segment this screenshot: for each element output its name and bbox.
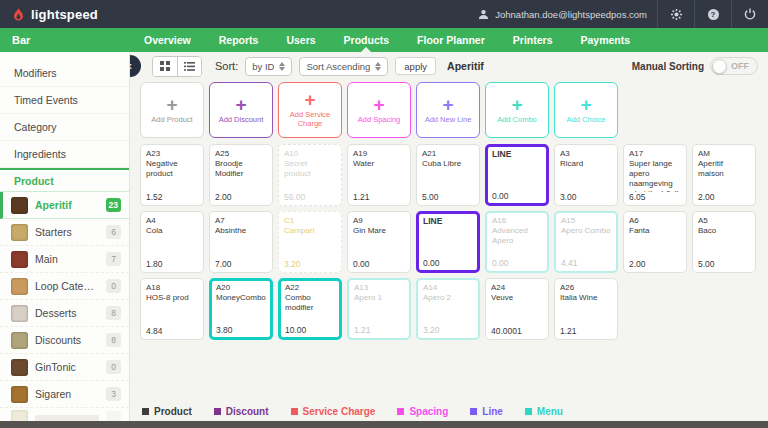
sidebar-category-item[interactable]: Main 7 (0, 246, 129, 273)
add-card-button[interactable]: + Add Choice (554, 82, 618, 138)
product-card[interactable]: LINE 0.00 (485, 144, 549, 206)
sidebar-menu-item[interactable]: Modifiers (0, 60, 129, 87)
manual-sorting-toggle[interactable]: OFF (710, 57, 758, 75)
product-price: 5.00 (698, 259, 750, 269)
sidebar-category-item[interactable]: Discounts 8 (0, 327, 129, 354)
grid-view-icon (160, 61, 170, 71)
product-card[interactable]: A16 Advanced Apero 0.00 (485, 211, 549, 273)
sidebar-menu-item[interactable]: Ingredients (0, 141, 129, 168)
sidebar-collapse-button[interactable]: ‹ (130, 55, 141, 77)
sidebar-menu-label: Ingredients (14, 148, 66, 160)
product-name: Broodje Modifier (215, 159, 267, 179)
sort-by-select[interactable]: by ID (245, 57, 292, 76)
sort-order-value: Sort Ascending (306, 61, 370, 72)
apply-button[interactable]: apply (395, 57, 436, 75)
add-card-button[interactable]: + Add Spacing (347, 82, 411, 138)
view-mode-switch (152, 56, 202, 77)
product-card[interactable]: A19 Water 1.21 (347, 144, 411, 206)
settings-gear-button[interactable] (668, 6, 684, 22)
product-name: Super lange apero naamgeving what the h0… (629, 159, 681, 192)
product-card[interactable]: A10 Secret product 56.00 (278, 144, 342, 206)
product-card[interactable]: A24 Veuve 40.0001 (485, 278, 549, 340)
sidebar-category-item[interactable]: GinTonic 0 (0, 354, 129, 381)
category-label: Discounts (35, 334, 99, 346)
manual-sorting-label: Manual Sorting (632, 61, 704, 72)
nav-tab[interactable]: Payments (566, 28, 644, 52)
nav-tabs: Overview Reports Users Products Floor Pl… (130, 28, 644, 52)
add-card-button[interactable]: + Add Discount (209, 82, 273, 138)
category-icon (11, 410, 28, 422)
product-card[interactable]: A23 Negative product 1.52 (140, 144, 204, 206)
grid-view-button[interactable] (153, 57, 177, 76)
product-card[interactable]: A18 HOS-8 prod 4.84 (140, 278, 204, 340)
add-card-button[interactable]: + Add New Line (416, 82, 480, 138)
sidebar-category-item[interactable]: Aperitif 23 (0, 192, 129, 219)
add-card-button[interactable]: + Add Product (140, 82, 204, 138)
legend-item: Line (470, 406, 503, 417)
product-id: A4 (146, 216, 198, 226)
sidebar-section-product[interactable]: Product (0, 168, 129, 192)
product-id: A19 (353, 149, 405, 159)
sort-order-select[interactable]: Sort Ascending (299, 57, 388, 76)
product-card[interactable]: A22 Combo modifier 10.00 (278, 278, 342, 340)
product-card[interactable]: A20 MoneyCombo 3.80 (209, 278, 273, 340)
nav-tab[interactable]: Products (330, 28, 404, 52)
product-card[interactable]: A9 Gin Mare 0.00 (347, 211, 411, 273)
product-card[interactable]: AM Aperitif maison 2.00 (692, 144, 756, 206)
category-count-badge: 8 (106, 333, 121, 347)
product-name: Absinthe (215, 226, 267, 236)
product-card[interactable]: C1 Campari 3.20 (278, 211, 342, 273)
sidebar-category-item[interactable]: Starters 6 (0, 219, 129, 246)
sidebar-menu-item[interactable]: Category (0, 114, 129, 141)
product-price: 1.21 (560, 326, 612, 336)
sidebar-category-list: Aperitif 23 Starters 6 Main 7 Loop Categ… (0, 192, 129, 408)
category-icon (11, 305, 28, 322)
product-name: Ricard (560, 159, 612, 169)
location-name: Bar (0, 34, 130, 46)
sidebar-category-item[interactable]: Desserts 8 (0, 300, 129, 327)
nav-tab[interactable]: Printers (499, 28, 567, 52)
sidebar-menu-item[interactable]: Timed Events (0, 87, 129, 114)
product-card[interactable]: A6 Fanta 2.00 (623, 211, 687, 273)
legend-label: Product (154, 406, 192, 417)
chevron-left-icon: ‹ (130, 59, 132, 73)
product-card[interactable]: A4 Cola 1.80 (140, 211, 204, 273)
nav-tab[interactable]: Reports (205, 28, 273, 52)
add-card-button[interactable]: + Add Combo (485, 82, 549, 138)
sidebar-category-item[interactable]: Loop Category 0 (0, 273, 129, 300)
product-id: A17 (629, 149, 681, 159)
product-name: Advanced Apero (492, 226, 542, 246)
plus-icon: + (166, 97, 177, 113)
logout-power-button[interactable] (742, 6, 758, 22)
product-card[interactable]: A17 Super lange apero naamgeving what th… (623, 144, 687, 206)
category-count-badge: 6 (106, 225, 121, 239)
category-label: GinTonic (35, 361, 99, 373)
product-card[interactable]: A25 Broodje Modifier 2.00 (209, 144, 273, 206)
product-card[interactable]: A7 Absinthe 7.00 (209, 211, 273, 273)
product-id: A15 (561, 216, 611, 226)
product-price: 3.20 (423, 325, 473, 335)
product-card[interactable]: A14 Apero 2 3.20 (416, 278, 480, 340)
nav-tab[interactable]: Users (272, 28, 329, 52)
product-card[interactable]: LINE 0.00 (416, 211, 480, 273)
product-card[interactable]: A15 Apero Combo 4.41 (554, 211, 618, 273)
product-id: A13 (354, 283, 404, 293)
nav-tab[interactable]: Floor Planner (403, 28, 499, 52)
product-card[interactable]: A5 Baco 5.00 (692, 211, 756, 273)
nav-tab[interactable]: Overview (130, 28, 205, 52)
question-mark-icon: ? (708, 9, 719, 20)
sidebar-category-item[interactable]: Sigaren 3 (0, 381, 129, 408)
add-card-button[interactable]: + Add Service Charge (278, 82, 342, 138)
sidebar-section-label: Product (14, 175, 54, 187)
help-button[interactable]: ? (705, 6, 721, 22)
product-card[interactable]: A13 Apero 1 1.21 (347, 278, 411, 340)
product-card[interactable]: A26 Italia Wine 1.21 (554, 278, 618, 340)
user-account-button[interactable]: Johnathan.doe@lightspeedpos.com (478, 9, 647, 20)
category-count-badge: 3 (106, 387, 121, 401)
category-count-badge: 23 (106, 198, 121, 212)
product-card[interactable]: A21 Cuba Libre 5.00 (416, 144, 480, 206)
plus-icon: + (373, 97, 384, 113)
category-icon (11, 197, 28, 214)
list-view-button[interactable] (177, 57, 201, 76)
product-card[interactable]: A3 Ricard 3.00 (554, 144, 618, 206)
